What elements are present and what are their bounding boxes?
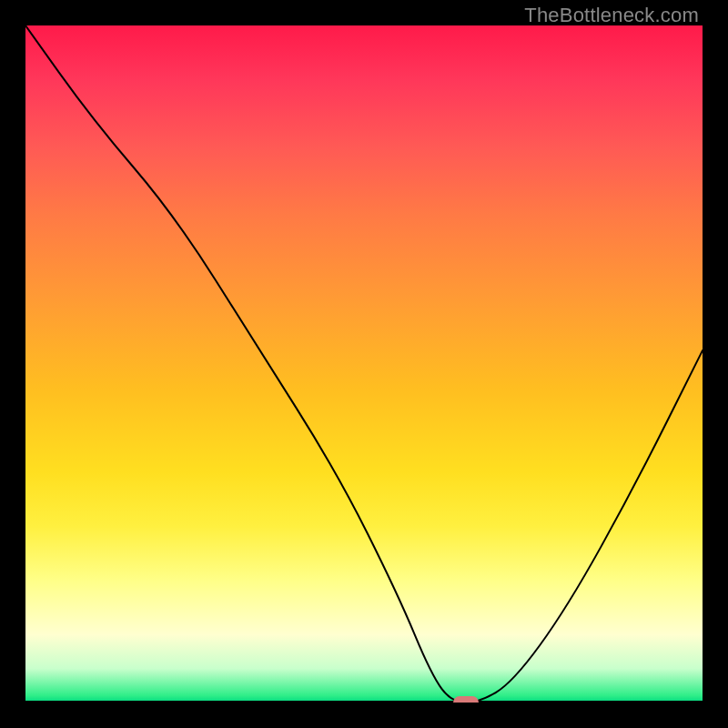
chart-svg (25, 25, 703, 703)
bottleneck-curve-path (25, 25, 703, 703)
x-axis-line (25, 701, 703, 703)
watermark-text: TheBottleneck.com (524, 4, 699, 27)
optimal-point-marker (453, 696, 479, 703)
chart-frame: TheBottleneck.com (0, 0, 728, 728)
plot-area (25, 25, 703, 703)
